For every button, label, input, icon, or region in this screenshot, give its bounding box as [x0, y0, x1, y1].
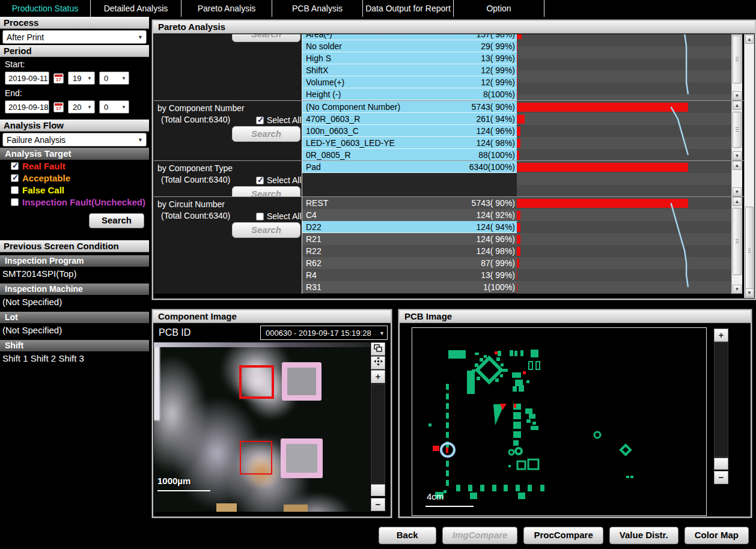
scroll-down-icon[interactable]: ▼	[733, 285, 742, 294]
zoom-in-icon[interactable]: +	[371, 370, 385, 383]
checkbox[interactable]	[256, 213, 264, 220]
scroll-up-icon[interactable]: ▲	[733, 101, 742, 110]
tab-pareto-analysis[interactable]: Pareto Analysis	[181, 0, 272, 17]
pareto-row-volume-[interactable]: Volume(+)12( 99%)	[302, 76, 517, 88]
pareto-row-r31[interactable]: R311(100%)	[302, 281, 517, 293]
end-hour-select[interactable]: 20▼	[68, 100, 95, 114]
pareto-row-no-solder[interactable]: No solder29( 99%)	[302, 40, 517, 52]
zoom-slider-thumb[interactable]	[371, 484, 385, 496]
scroll-up-icon[interactable]: ▲	[733, 161, 742, 170]
zoom-out-icon[interactable]: −	[714, 471, 728, 484]
tab-pcb-analysis[interactable]: PCB Analysis	[272, 0, 363, 17]
pareto-title: Pareto Analysis	[153, 21, 755, 34]
scrollbar-thumb[interactable]	[733, 35, 742, 83]
target-acceptable[interactable]: Acceptable	[0, 172, 149, 184]
process-select[interactable]: After Print ▼	[2, 30, 147, 44]
pareto-row-led-ye-0603-led-ye[interactable]: LED-YE_0603_LED-YE124( 98%)	[302, 137, 517, 149]
tab-production-status[interactable]: Production Status	[0, 0, 91, 17]
pareto-row-470r-0603-r[interactable]: 470R_0603_R261( 94%)	[302, 113, 517, 125]
section-search-button[interactable]: Search	[232, 222, 300, 238]
pareto-row-r22[interactable]: R22124( 98%)	[302, 245, 517, 257]
zoom-slider-track[interactable]	[371, 384, 385, 484]
scrollbar-thumb[interactable]	[745, 207, 754, 296]
pareto-row-area-[interactable]: Area(-)157( 98%)	[302, 34, 517, 40]
checkbox[interactable]	[11, 174, 19, 182]
pareto-row-height-[interactable]: Height (-)8(100%)	[302, 88, 517, 100]
scrollbar-thumb[interactable]	[733, 112, 742, 148]
zoom-slider-track[interactable]	[714, 342, 728, 457]
calendar-icon[interactable]: 17	[53, 73, 64, 83]
pareto-row-pad[interactable]: Pad6340(100%)	[302, 161, 517, 173]
zoom-out-icon[interactable]: −	[371, 498, 385, 511]
start-hour-select[interactable]: 19▼	[68, 71, 95, 85]
section-search-button[interactable]: Search	[232, 186, 300, 196]
tab-data-output-for-report[interactable]: Data Output for Report	[363, 0, 454, 17]
section-search-button[interactable]: Search	[232, 34, 300, 42]
pcb-id-select[interactable]: 000630 - 2019-09-17 15:19:28 ▼	[260, 326, 388, 340]
pareto-chart	[517, 34, 731, 100]
end-minute-select[interactable]: 0▼	[99, 100, 129, 114]
target-real-fault[interactable]: Real Fault	[0, 160, 149, 172]
scroll-down-icon[interactable]: ▼	[733, 151, 742, 160]
checkbox[interactable]	[11, 162, 19, 170]
checkbox[interactable]	[11, 198, 19, 206]
section-title: by Component Number	[154, 101, 302, 113]
zoom-slider-thumb[interactable]	[714, 458, 728, 470]
section-scrollbar[interactable]: ▲▼	[731, 197, 742, 294]
proccompare-button[interactable]: ProcCompare	[523, 527, 603, 544]
row-label: High S	[306, 53, 331, 64]
start-date-field[interactable]: 2019-09-11	[5, 71, 49, 85]
component-photo[interactable]: 1000µm	[154, 342, 370, 512]
bottom-bar: BackImgCompareProcCompareValue Distr.Col…	[149, 520, 756, 549]
calendar-icon[interactable]: 17	[53, 102, 64, 112]
section-scrollbar[interactable]: ▲▼	[731, 101, 742, 160]
pareto-row-c4[interactable]: C4124( 92%)	[302, 209, 517, 221]
select-all-checkbox[interactable]: Select All	[256, 115, 302, 125]
pareto-row-0r-0805-r[interactable]: 0R_0805_R88(100%)	[302, 149, 517, 160]
pareto-outer-scrollbar[interactable]: ▲ ▼	[744, 34, 754, 298]
checkbox[interactable]	[256, 177, 264, 184]
end-date-field[interactable]: 2019-09-18	[5, 100, 49, 114]
value-distr--button[interactable]: Value Distr.	[609, 527, 678, 544]
target-inspection-fault-unchecked-[interactable]: Inspection Fault(Unchecked)	[0, 196, 149, 208]
tab-option[interactable]: Option	[454, 0, 544, 17]
scroll-down-icon[interactable]: ▼	[733, 187, 742, 196]
scroll-up-icon[interactable]: ▲	[733, 197, 742, 206]
pan-icon[interactable]	[371, 356, 385, 369]
pareto-chart	[517, 197, 731, 294]
scroll-down-icon[interactable]: ▼	[745, 288, 754, 297]
pareto-row-r21[interactable]: R21124( 96%)	[302, 233, 517, 245]
checkbox[interactable]	[11, 186, 19, 194]
row-label: LED-YE_0603_LED-YE	[306, 138, 395, 148]
scroll-down-icon[interactable]: ▼	[733, 91, 742, 100]
search-button[interactable]: Search	[89, 213, 144, 228]
pareto-row--no-component-number-[interactable]: (No Component Number)5743( 90%)	[302, 101, 517, 113]
target-false-call[interactable]: False Call	[0, 184, 149, 196]
color-map-button[interactable]: Color Map	[684, 527, 749, 544]
section-scrollbar[interactable]: ▲▼	[731, 161, 742, 196]
pcb-layout-image[interactable]: 4cm	[412, 327, 707, 516]
back-button[interactable]: Back	[379, 527, 436, 544]
select-all-checkbox[interactable]: Select All	[256, 211, 302, 221]
pareto-row-d22[interactable]: D22124( 94%)	[302, 221, 517, 233]
section-search-button[interactable]: Search	[232, 126, 300, 142]
analysis-flow-select[interactable]: Failure Analysis ▼	[2, 133, 147, 147]
pareto-row-r62[interactable]: R6287( 99%)	[302, 257, 517, 269]
pareto-row-shiftx[interactable]: ShiftX12( 99%)	[302, 64, 517, 76]
select-all-label: Select All	[267, 211, 302, 221]
pareto-row-rest[interactable]: REST5743( 90%)	[302, 197, 517, 209]
select-all-checkbox[interactable]: Select All	[256, 175, 302, 185]
row-label: R62	[306, 258, 322, 269]
pareto-row-r4[interactable]: R413( 99%)	[302, 269, 517, 281]
pareto-row-high-s[interactable]: High S13( 99%)	[302, 52, 517, 64]
tab-detailed-analysis[interactable]: Detailed Analysis	[91, 0, 181, 17]
duplicate-view-icon[interactable]	[371, 342, 385, 356]
scrollbar-thumb[interactable]	[733, 208, 742, 275]
start-minute-select[interactable]: 0▼	[99, 71, 129, 85]
section-scrollbar[interactable]: ▲▼	[731, 34, 742, 100]
row-label: Area(-)	[306, 34, 332, 40]
checkbox[interactable]	[256, 117, 264, 124]
scroll-up-icon[interactable]: ▲	[745, 35, 754, 44]
pareto-row-100n-0603-c[interactable]: 100n_0603_C124( 96%)	[302, 125, 517, 137]
zoom-in-icon[interactable]: +	[714, 329, 728, 342]
